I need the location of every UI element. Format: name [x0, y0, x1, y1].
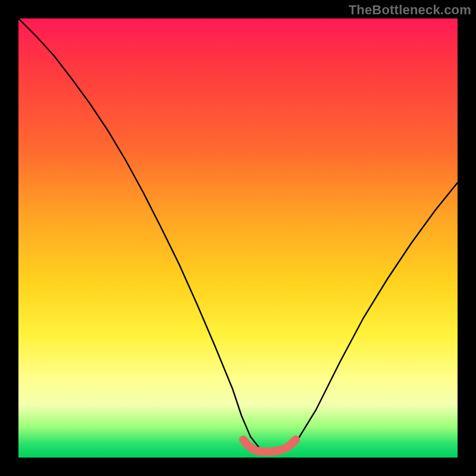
- watermark-text: TheBottleneck.com: [349, 2, 471, 18]
- highlight-path: [243, 440, 296, 452]
- chart-frame: TheBottleneck.com: [0, 0, 476, 476]
- bottleneck-curve: [18, 18, 458, 458]
- plot-area: [18, 18, 458, 458]
- curve-path: [18, 18, 458, 452]
